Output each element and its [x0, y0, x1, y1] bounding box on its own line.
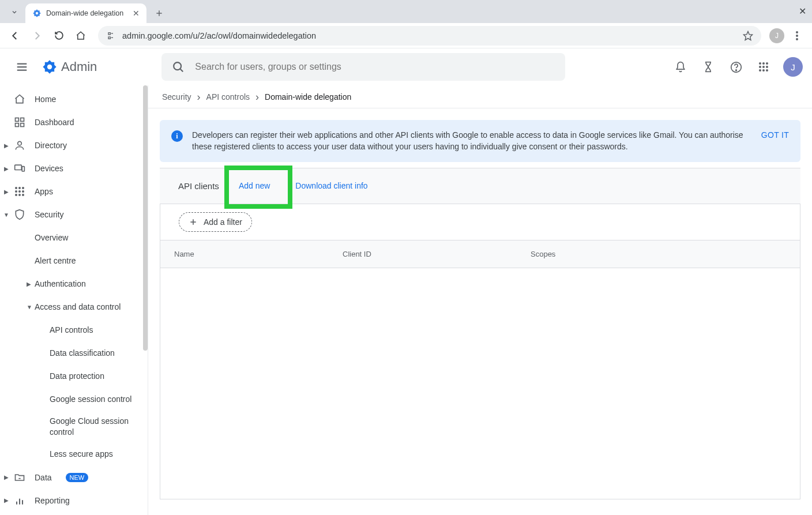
svg-point-42 — [18, 194, 21, 196]
admin-logo-icon — [42, 59, 58, 75]
sidebar-item-less-secure-apps[interactable]: Less secure apps — [0, 443, 148, 466]
reload-button[interactable] — [50, 27, 68, 45]
sidebar-item-dashboard[interactable]: Dashboard — [0, 111, 148, 134]
tasks-button[interactable] — [696, 54, 721, 80]
column-header-scopes[interactable]: Scopes — [531, 250, 800, 258]
new-tab-button[interactable] — [151, 5, 167, 21]
product-name: Admin — [61, 59, 97, 74]
table-header-row: Name Client ID Scopes — [160, 240, 800, 268]
help-button[interactable] — [723, 54, 749, 80]
sidebar-item-label: Home — [35, 95, 56, 104]
tab-favicon-icon — [32, 9, 42, 18]
chevron-right-icon: ▶ — [2, 142, 10, 149]
window-close-icon[interactable]: ✕ — [799, 6, 806, 17]
svg-point-22 — [759, 66, 761, 68]
column-header-client-id[interactable]: Client ID — [343, 250, 531, 258]
sidebar-item-access-data-control[interactable]: ▼Access and data control — [0, 295, 148, 318]
sidebar-item-label: Alert centre — [35, 256, 76, 265]
breadcrumb-security[interactable]: Security — [162, 92, 191, 102]
app-search-bar[interactable] — [161, 53, 565, 81]
sidebar-item-alert-centre[interactable]: Alert centre — [0, 249, 148, 272]
main-menu-button[interactable] — [9, 54, 35, 80]
sidebar-item-apps[interactable]: ▶ Apps — [0, 180, 148, 203]
svg-point-39 — [18, 190, 21, 193]
apps-launcher-button[interactable] — [751, 54, 776, 80]
add-filter-chip[interactable]: Add a filter — [179, 212, 252, 232]
info-icon: i — [171, 130, 183, 142]
product-logo[interactable]: Admin — [42, 59, 97, 75]
add-new-button[interactable]: Add new — [233, 176, 276, 195]
sidebar-item-overview[interactable]: Overview — [0, 226, 148, 249]
sidebar-item-google-session-control[interactable]: Google session control — [0, 388, 148, 411]
browser-menu-button[interactable] — [788, 27, 806, 45]
svg-point-8 — [796, 31, 798, 33]
browser-toolbar: admin.google.com/u/2/ac/owl/domainwidede… — [0, 23, 812, 48]
panel-header: API clients Add new Download client info — [160, 168, 800, 204]
sidebar-item-google-cloud-session-control[interactable]: Google Cloud session control — [0, 411, 148, 443]
home-icon — [14, 93, 25, 105]
svg-point-20 — [762, 62, 765, 65]
sidebar-item-reporting[interactable]: ▶ Reporting — [0, 489, 148, 512]
browser-tab[interactable]: Domain-wide delegation ✕ — [25, 3, 146, 23]
tab-search-button[interactable] — [5, 3, 24, 21]
got-it-button[interactable]: GOT IT — [761, 129, 789, 140]
sidebar-item-data-protection[interactable]: Data protection — [0, 364, 148, 388]
chart-icon — [14, 495, 25, 506]
svg-point-18 — [735, 69, 736, 70]
sidebar-item-security[interactable]: ▼ Security — [0, 203, 148, 226]
new-badge: NEW — [66, 473, 89, 482]
sidebar-item-label: Data classification — [50, 348, 115, 359]
browser-tabstrip: Domain-wide delegation ✕ ✕ — [0, 0, 812, 23]
back-button[interactable] — [6, 27, 24, 45]
sidebar-item-home[interactable]: Home — [0, 88, 148, 111]
home-button[interactable] — [72, 27, 90, 45]
forward-button[interactable] — [28, 27, 46, 45]
svg-point-41 — [15, 194, 17, 196]
svg-point-19 — [759, 62, 761, 65]
panel-title: API clients — [178, 181, 219, 191]
breadcrumb-current: Domain-wide delegation — [265, 92, 351, 102]
column-header-name[interactable]: Name — [160, 250, 343, 258]
sidebar-item-label: Overview — [35, 233, 68, 242]
sidebar-item-label: Apps — [35, 187, 53, 196]
sidebar-item-devices[interactable]: ▶ Devices — [0, 157, 148, 180]
svg-point-23 — [762, 66, 765, 68]
sidebar-item-directory[interactable]: ▶ Directory — [0, 134, 148, 157]
sidebar-item-data-classification[interactable]: Data classification — [0, 341, 148, 364]
svg-point-32 — [18, 141, 22, 145]
svg-point-14 — [47, 65, 52, 69]
account-avatar[interactable]: J — [783, 57, 803, 77]
svg-rect-4 — [108, 37, 110, 39]
chevron-right-icon: ▶ — [27, 281, 31, 287]
sidebar-item-label: Data protection — [50, 371, 104, 382]
sidebar-item-label: Authentication — [35, 279, 86, 288]
banner-message: Developers can register their web applic… — [192, 129, 752, 153]
svg-point-15 — [174, 62, 182, 70]
breadcrumb-api-controls[interactable]: API controls — [206, 92, 250, 102]
browser-profile-avatar[interactable]: J — [769, 28, 784, 43]
tab-close-icon[interactable]: ✕ — [133, 9, 140, 18]
svg-rect-28 — [16, 118, 19, 122]
apps-icon — [14, 186, 25, 197]
chevron-right-icon: ▶ — [2, 189, 10, 195]
sidebar-item-label: Directory — [35, 141, 67, 150]
sidebar-item-label: Devices — [35, 164, 63, 173]
download-client-info-button[interactable]: Download client info — [290, 176, 373, 195]
sidebar-nav: Home Dashboard ▶ Directory ▶ Devices — [0, 85, 148, 515]
plus-icon — [189, 217, 198, 227]
svg-point-10 — [796, 38, 798, 40]
site-info-icon[interactable] — [106, 31, 115, 40]
svg-rect-33 — [15, 165, 22, 170]
svg-rect-13 — [17, 70, 27, 71]
sidebar-item-authentication[interactable]: ▶Authentication — [0, 272, 148, 295]
tab-title: Domain-wide delegation — [46, 9, 128, 17]
svg-rect-29 — [21, 118, 24, 122]
sidebar-item-data[interactable]: ▶ Data NEW — [0, 466, 148, 489]
search-input[interactable] — [194, 61, 555, 73]
bookmark-icon[interactable] — [743, 31, 753, 41]
notifications-button[interactable] — [668, 54, 693, 80]
sidebar-item-api-controls[interactable]: API controls — [0, 318, 148, 341]
svg-point-24 — [766, 66, 768, 68]
address-bar[interactable]: admin.google.com/u/2/ac/owl/domainwidede… — [98, 26, 761, 46]
svg-point-0 — [36, 12, 38, 14]
